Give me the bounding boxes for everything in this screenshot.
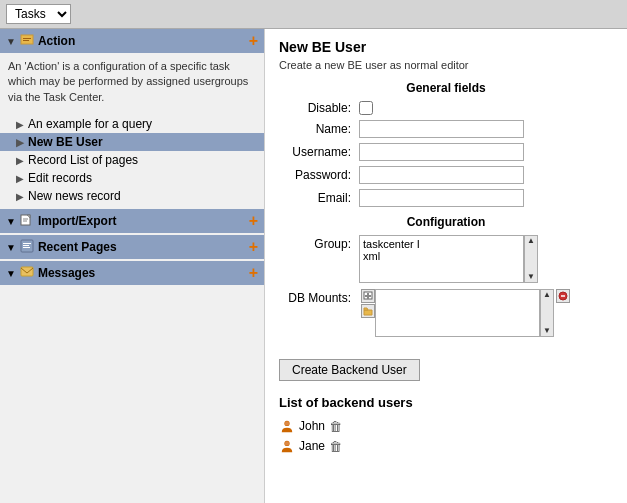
section-arrow: ▼ — [6, 268, 16, 279]
db-mounts-row: DB Mounts: — [279, 289, 613, 337]
panel-title: New BE User — [279, 39, 613, 55]
section-label: Messages — [38, 266, 249, 280]
top-bar: TasksPagesUsers — [0, 0, 627, 29]
section-plus[interactable]: + — [249, 264, 258, 282]
item-arrow: ▶ — [16, 119, 24, 130]
action-arrow: ▼ — [6, 36, 16, 47]
group-scrollbar[interactable]: ▲ ▼ — [524, 235, 538, 283]
messages-icon — [20, 265, 34, 282]
email-row: Email: — [279, 189, 613, 207]
user-name-john: John — [299, 419, 325, 433]
scroll-down-arrow[interactable]: ▼ — [527, 273, 535, 281]
group-item-taskcenter[interactable]: taskcenter I — [363, 238, 520, 250]
item-label: An example for a query — [28, 117, 152, 131]
delete-john-icon[interactable]: 🗑 — [329, 419, 342, 434]
password-row: Password: — [279, 166, 613, 184]
db-add-btn[interactable] — [361, 289, 375, 303]
disable-row: Disable: — [279, 101, 613, 115]
svg-rect-10 — [23, 247, 30, 248]
user-icon-john — [279, 418, 295, 434]
group-listbox[interactable]: taskcenter I xml — [359, 235, 524, 283]
name-label: Name: — [279, 122, 359, 136]
group-label: Group: — [279, 235, 359, 251]
db-mounts-label: DB Mounts: — [279, 289, 359, 305]
action-description: An 'Action' is a configuration of a spec… — [0, 53, 264, 113]
tree-item-example-query[interactable]: ▶ An example for a query — [0, 115, 264, 133]
delete-jane-icon[interactable]: 🗑 — [329, 439, 342, 454]
user-name-jane: Jane — [299, 439, 325, 453]
section-messages[interactable]: ▼ Messages + — [0, 261, 264, 285]
section-plus[interactable]: + — [249, 238, 258, 256]
item-arrow: ▶ — [16, 155, 24, 166]
email-label: Email: — [279, 191, 359, 205]
name-row: Name: — [279, 120, 613, 138]
db-mounts-scrollbar[interactable]: ▲ ▼ — [540, 289, 554, 337]
section-import-export[interactable]: ▼ Import/Export + — [0, 209, 264, 233]
user-icon-jane — [279, 438, 295, 454]
db-mounts-container: ▲ ▼ — [359, 289, 570, 337]
panel-subtitle: Create a new BE user as normal editor — [279, 59, 613, 71]
item-arrow: ▶ — [16, 173, 24, 184]
tree-item-record-list[interactable]: ▶ Record List of pages — [0, 151, 264, 169]
svg-rect-8 — [23, 243, 31, 244]
db-scroll-down[interactable]: ▼ — [543, 327, 551, 335]
item-arrow: ▶ — [16, 191, 24, 202]
item-label: New news record — [28, 189, 121, 203]
disable-checkbox[interactable] — [359, 101, 373, 115]
item-arrow: ▶ — [16, 137, 24, 148]
section-recent-pages[interactable]: ▼ Recent Pages + — [0, 235, 264, 259]
section-arrow: ▼ — [6, 216, 16, 227]
db-mounts-area[interactable] — [375, 289, 540, 337]
svg-point-19 — [285, 441, 289, 445]
svg-rect-2 — [23, 40, 29, 41]
action-icon — [20, 33, 34, 50]
username-input[interactable] — [359, 143, 524, 161]
disable-label: Disable: — [279, 101, 359, 115]
section-arrow: ▼ — [6, 242, 16, 253]
sidebar: ▼ Action + An 'Action' is a configuratio… — [0, 29, 265, 503]
name-input[interactable] — [359, 120, 524, 138]
db-folder-btn[interactable] — [361, 304, 375, 318]
item-label: New BE User — [28, 135, 103, 149]
action-header[interactable]: ▼ Action + — [0, 29, 264, 53]
scroll-up-arrow[interactable]: ▲ — [527, 237, 535, 245]
tree-item-new-be-user[interactable]: ▶ New BE User — [0, 133, 264, 151]
action-plus[interactable]: + — [249, 32, 258, 50]
import-export-icon — [20, 213, 34, 230]
user-row-john: John 🗑 — [279, 418, 613, 434]
recent-pages-icon — [20, 239, 34, 256]
create-btn-container: Create Backend User — [279, 347, 613, 381]
password-input[interactable] — [359, 166, 524, 184]
svg-point-17 — [285, 421, 289, 425]
section-label: Import/Export — [38, 214, 249, 228]
tasks-dropdown[interactable]: TasksPagesUsers — [6, 4, 71, 24]
svg-rect-9 — [23, 245, 29, 246]
right-panel: New BE User Create a new BE user as norm… — [265, 29, 627, 503]
group-listbox-container: taskcenter I xml ▲ ▼ — [359, 235, 538, 283]
group-item-xml[interactable]: xml — [363, 250, 520, 262]
user-row-jane: Jane 🗑 — [279, 438, 613, 454]
tree-item-new-news[interactable]: ▶ New news record — [0, 187, 264, 205]
backend-users-title: List of backend users — [279, 395, 613, 410]
username-label: Username: — [279, 145, 359, 159]
item-label: Edit records — [28, 171, 92, 185]
email-input[interactable] — [359, 189, 524, 207]
section-plus[interactable]: + — [249, 212, 258, 230]
sidebar-tree: ▶ An example for a query ▶ New BE User ▶… — [0, 113, 264, 207]
db-scroll-up[interactable]: ▲ — [543, 291, 551, 299]
svg-rect-11 — [21, 267, 33, 276]
username-row: Username: — [279, 143, 613, 161]
svg-rect-1 — [23, 38, 31, 39]
action-label: Action — [38, 34, 249, 48]
db-mounts-buttons — [361, 289, 375, 318]
db-mounts-extra-buttons — [556, 289, 570, 303]
create-backend-user-button[interactable]: Create Backend User — [279, 359, 420, 381]
section-label: Recent Pages — [38, 240, 249, 254]
password-label: Password: — [279, 168, 359, 182]
tree-item-edit-records[interactable]: ▶ Edit records — [0, 169, 264, 187]
db-remove-btn[interactable] — [556, 289, 570, 303]
main-layout: ▼ Action + An 'Action' is a configuratio… — [0, 29, 627, 503]
configuration-title: Configuration — [279, 215, 613, 229]
svg-rect-0 — [21, 35, 33, 44]
general-fields-title: General fields — [279, 81, 613, 95]
